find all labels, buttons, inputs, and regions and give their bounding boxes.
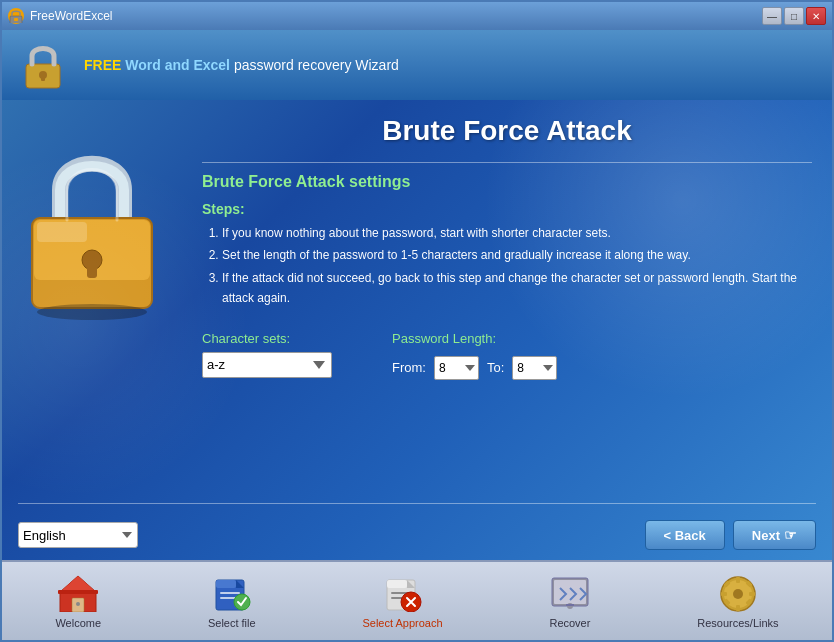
step-2: Set the length of the password to 1-5 ch… <box>222 245 812 265</box>
taskbar-select-file[interactable]: Select file <box>200 569 264 633</box>
svg-rect-17 <box>216 580 236 588</box>
steps-label: Steps: <box>202 201 812 217</box>
svg-marker-12 <box>60 576 96 592</box>
main-area: Brute Force Attack Brute Force Attack se… <box>2 100 832 560</box>
step-1: If you know nothing about the password, … <box>222 223 812 243</box>
cursor-icon: ☞ <box>784 527 797 543</box>
step-3: If the attack did not succeed, go back t… <box>222 268 812 309</box>
bottom-divider <box>18 503 816 504</box>
char-sets-label: Character sets: <box>202 331 332 346</box>
svg-rect-36 <box>749 592 755 596</box>
app-icon <box>8 8 24 24</box>
svg-rect-27 <box>554 580 586 604</box>
maximize-button[interactable]: □ <box>784 7 804 25</box>
taskbar-welcome[interactable]: Welcome <box>47 569 109 633</box>
svg-rect-9 <box>87 260 97 278</box>
select-approach-label: Select Approach <box>362 617 442 629</box>
taskbar-select-approach[interactable]: Select Approach <box>354 569 450 633</box>
page-title: Brute Force Attack <box>202 115 812 147</box>
title-bar-left: FreeWordExcel <box>8 8 112 24</box>
char-sets-col: Character sets: a-z A-Z 0-9 a-zA-Z a-zA-… <box>202 331 332 378</box>
svg-point-14 <box>76 602 80 606</box>
svg-rect-18 <box>220 592 240 594</box>
resources-icon <box>718 573 758 613</box>
section-title: Brute Force Attack settings <box>202 173 812 191</box>
settings-row: Character sets: a-z A-Z 0-9 a-zA-Z a-zA-… <box>202 331 812 380</box>
svg-rect-7 <box>37 222 87 242</box>
svg-rect-34 <box>736 605 740 611</box>
svg-rect-22 <box>387 580 407 588</box>
select-file-label: Select file <box>208 617 256 629</box>
recover-icon <box>550 573 590 613</box>
minimize-button[interactable]: — <box>762 7 782 25</box>
svg-rect-1 <box>14 18 18 21</box>
nav-buttons: < Back Next ☞ <box>645 520 816 550</box>
top-divider <box>202 162 812 163</box>
taskbar-resources[interactable]: Resources/Links <box>689 569 786 633</box>
svg-rect-35 <box>721 592 727 596</box>
password-length-col: Password Length: From: 1234 5678 910 To:… <box>392 331 557 380</box>
app-header: FREE Word and Excel password recovery Wi… <box>2 30 832 100</box>
header-free: FREE <box>84 57 121 73</box>
password-length-label: Password Length: <box>392 331 557 346</box>
svg-rect-33 <box>736 577 740 583</box>
char-sets-select[interactable]: a-z A-Z 0-9 a-zA-Z a-zA-Z0-9 All printab… <box>202 352 332 378</box>
header-post: password recovery Wizard <box>230 57 399 73</box>
app-window: FreeWordExcel — □ ✕ FREE Word and Excel … <box>0 0 834 642</box>
title-bar-buttons: — □ ✕ <box>762 7 826 25</box>
select-approach-icon <box>383 573 423 613</box>
svg-rect-4 <box>41 75 45 81</box>
svg-rect-29 <box>566 604 574 606</box>
bottom-controls: English German French Spanish < Back Nex… <box>2 512 832 560</box>
to-label: To: <box>487 360 504 375</box>
next-label: Next <box>752 528 780 543</box>
welcome-icon <box>58 573 98 613</box>
taskbar: Welcome Select file <box>2 560 832 640</box>
svg-point-32 <box>733 589 743 599</box>
svg-rect-19 <box>220 597 236 599</box>
resources-label: Resources/Links <box>697 617 778 629</box>
recover-label: Recover <box>549 617 590 629</box>
language-select[interactable]: English German French Spanish <box>18 522 138 548</box>
back-label: < Back <box>664 528 706 543</box>
title-bar-text: FreeWordExcel <box>30 9 112 23</box>
content-panel: Brute Force Attack Brute Force Attack se… <box>202 115 812 503</box>
taskbar-recover[interactable]: Recover <box>541 569 598 633</box>
title-bar: FreeWordExcel — □ ✕ <box>2 2 832 30</box>
close-button[interactable]: ✕ <box>806 7 826 25</box>
header-app: Word and Excel <box>121 57 230 73</box>
padlock-svg <box>22 140 162 320</box>
svg-point-10 <box>37 304 147 320</box>
from-select[interactable]: 1234 5678 910 <box>434 356 479 380</box>
next-button[interactable]: Next ☞ <box>733 520 816 550</box>
header-lock-icon <box>18 40 68 90</box>
to-select[interactable]: 1234 5678 910 <box>512 356 557 380</box>
padlock-container <box>22 140 182 340</box>
header-text: FREE Word and Excel password recovery Wi… <box>84 57 399 73</box>
steps-list: If you know nothing about the password, … <box>202 223 812 311</box>
select-file-icon <box>212 573 252 613</box>
welcome-label: Welcome <box>55 617 101 629</box>
from-label: From: <box>392 360 426 375</box>
length-row: From: 1234 5678 910 To: 1234 5678 910 <box>392 356 557 380</box>
back-button[interactable]: < Back <box>645 520 725 550</box>
svg-rect-15 <box>58 590 98 594</box>
